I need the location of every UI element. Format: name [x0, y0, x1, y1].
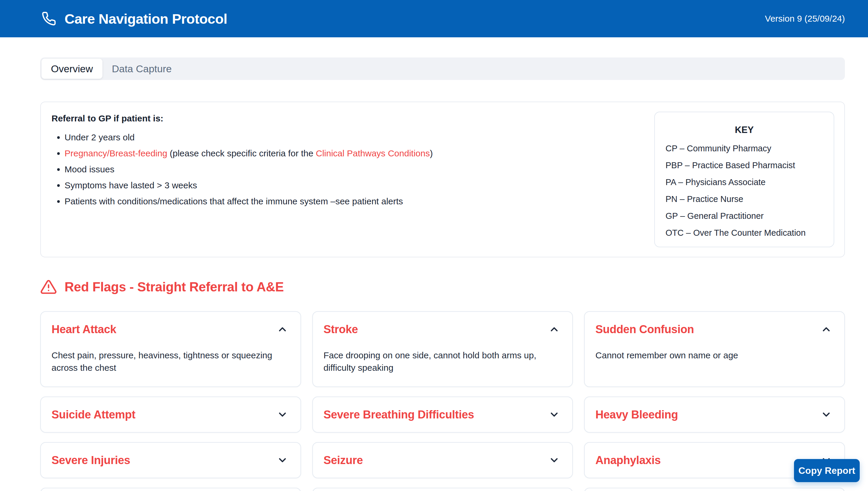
- key-entry: PN – Practice Nurse: [665, 194, 823, 204]
- key-title: KEY: [665, 125, 823, 135]
- red-flag-card-suicide-attempt: Suicide Attempt: [40, 397, 301, 433]
- card-title: Severe Breathing Difficulties: [324, 408, 474, 421]
- card-title: Anaphylaxis: [595, 454, 661, 467]
- text-segment: Mood issues: [64, 164, 114, 174]
- card-toggle[interactable]: Meningitis: [41, 488, 300, 491]
- red-flags-grid: Heart Attack Chest pain, pressure, heavi…: [40, 311, 845, 491]
- chevron-down-icon[interactable]: [820, 409, 832, 420]
- card-toggle[interactable]: Heart Attack: [41, 312, 300, 347]
- card-toggle[interactable]: Severe Injuries: [41, 443, 300, 478]
- text-segment: Under 2 years old: [64, 133, 135, 142]
- referral-item: Under 2 years old: [64, 133, 433, 142]
- warning-icon: [40, 279, 57, 295]
- tab-bar: Overview Data Capture: [40, 57, 845, 80]
- key-entries: CP – Community Pharmacy PBP – Practice B…: [665, 144, 823, 238]
- main-content: Overview Data Capture Referral to GP if …: [0, 37, 868, 491]
- card-toggle[interactable]: Stroke: [313, 312, 573, 347]
- chevron-up-icon[interactable]: [277, 324, 288, 335]
- card-title: Severe Injuries: [52, 454, 130, 467]
- text-segment: ): [430, 148, 433, 158]
- card-title: Heavy Bleeding: [595, 408, 678, 421]
- phone-icon: [41, 11, 56, 26]
- red-flag-card-heart-attack: Heart Attack Chest pain, pressure, heavi…: [40, 311, 301, 387]
- inline-link[interactable]: Pregnancy/Breast-feeding: [64, 148, 167, 158]
- key-entry: PA – Physicians Associate: [665, 177, 823, 187]
- red-flags-heading: Red Flags - Straight Referral to A&E: [40, 279, 845, 295]
- referral-item: Mood issues: [64, 164, 433, 174]
- red-flag-card-sepsis-in-baby-or-young-child: SEPSIS in Baby or Young Child: [312, 488, 573, 491]
- text-segment: (please check specific criteria for the: [167, 148, 316, 158]
- red-flag-card-severe-injuries: Severe Injuries: [40, 442, 301, 478]
- tab-label: Data Capture: [112, 63, 172, 75]
- chevron-down-icon[interactable]: [277, 409, 288, 420]
- card-toggle[interactable]: SEPSIS in Adult or Older Child: [585, 488, 844, 491]
- key-box: KEY CP – Community Pharmacy PBP – Practi…: [654, 112, 834, 247]
- chevron-up-icon[interactable]: [820, 324, 832, 335]
- red-flag-card-meningitis: Meningitis: [40, 488, 301, 491]
- chevron-down-icon[interactable]: [548, 455, 560, 466]
- red-flag-card-seizure: Seizure: [312, 442, 573, 478]
- tab-overview[interactable]: Overview: [41, 59, 102, 79]
- red-flags-heading-text: Red Flags - Straight Referral to A&E: [64, 280, 284, 294]
- red-flags-section: Red Flags - Straight Referral to A&E Hea…: [40, 279, 845, 491]
- referral-item: Patients with conditions/medications tha…: [64, 196, 433, 206]
- red-flag-card-stroke: Stroke Face drooping on one side, cannot…: [312, 311, 573, 387]
- text-segment: Symptoms have lasted > 3 weeks: [64, 180, 197, 190]
- key-entry: OTC – Over The Counter Medication: [665, 228, 823, 238]
- red-flag-card-severe-breathing-difficulties: Severe Breathing Difficulties: [312, 397, 573, 433]
- red-flag-card-heavy-bleeding: Heavy Bleeding: [584, 397, 845, 433]
- chevron-up-icon[interactable]: [548, 324, 560, 335]
- card-title: Heart Attack: [52, 323, 116, 336]
- referral-item: Symptoms have lasted > 3 weeks: [64, 180, 433, 190]
- copy-report-button[interactable]: Copy Report: [794, 459, 860, 482]
- card-toggle[interactable]: Heavy Bleeding: [585, 397, 844, 432]
- red-flag-card-sudden-confusion: Sudden Confusion Cannot remember own nam…: [584, 311, 845, 387]
- card-toggle[interactable]: Suicide Attempt: [41, 397, 300, 432]
- tab-data-capture[interactable]: Data Capture: [102, 59, 181, 79]
- key-entry: PBP – Practice Based Pharmacist: [665, 161, 823, 170]
- referral-item: Pregnancy/Breast-feeding (please check s…: [64, 148, 433, 158]
- referral-info: Referral to GP if patient is: Under 2 ye…: [52, 112, 433, 212]
- card-toggle[interactable]: Severe Breathing Difficulties: [313, 397, 573, 432]
- key-entry: CP – Community Pharmacy: [665, 144, 823, 153]
- text-segment: Patients with conditions/medications tha…: [64, 196, 403, 206]
- inline-link[interactable]: Clinical Pathways Conditions: [316, 148, 430, 158]
- card-body: Face drooping on one side, cannot hold b…: [313, 347, 573, 386]
- card-title: Stroke: [324, 323, 358, 336]
- red-flag-card-sepsis-in-adult-or-older-child: SEPSIS in Adult or Older Child: [584, 488, 845, 491]
- referral-panel: Referral to GP if patient is: Under 2 ye…: [40, 102, 845, 257]
- app-header: Care Navigation Protocol Version 9 (25/0…: [0, 0, 868, 37]
- card-toggle[interactable]: Seizure: [313, 443, 573, 478]
- referral-list: Under 2 years old Pregnancy/Breast-feedi…: [52, 133, 433, 206]
- chevron-down-icon[interactable]: [277, 455, 288, 466]
- card-title: Suicide Attempt: [52, 408, 135, 421]
- card-title: Sudden Confusion: [595, 323, 694, 336]
- key-entry: GP – General Practitioner: [665, 211, 823, 221]
- card-body: Cannot remember own name or age: [585, 347, 844, 374]
- tab-label: Overview: [51, 63, 93, 75]
- card-body: Chest pain, pressure, heaviness, tightne…: [41, 347, 300, 386]
- card-toggle[interactable]: SEPSIS in Baby or Young Child: [313, 488, 573, 491]
- referral-heading: Referral to GP if patient is:: [52, 113, 433, 123]
- page-title: Care Navigation Protocol: [64, 11, 227, 27]
- version-label: Version 9 (25/09/24): [765, 13, 845, 24]
- chevron-down-icon[interactable]: [548, 409, 560, 420]
- card-title: Seizure: [324, 454, 363, 467]
- card-toggle[interactable]: Sudden Confusion: [585, 312, 844, 347]
